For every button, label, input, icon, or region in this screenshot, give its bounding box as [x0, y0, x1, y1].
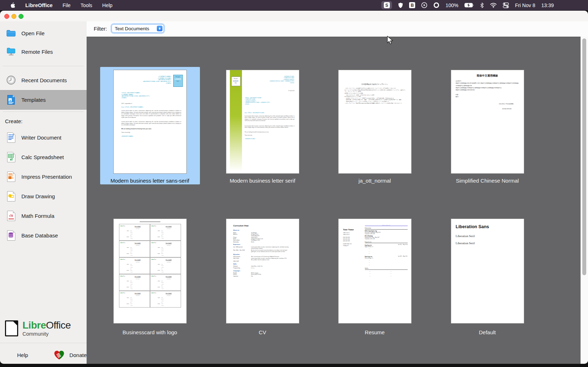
card-contact-values: 123 phone e-mail fax place e-mail — [130, 247, 133, 256]
template-cell-modern-business-letter-serif[interactable]: Put your LOGO here <SENDER'S NAME> <COMP… — [206, 67, 319, 185]
template-thumbnail: Liberation Sans Liberation Serif Liberat… — [451, 219, 524, 324]
resume-edu2-detail: Hammsworth College, May 2007 Cumulative … — [365, 237, 408, 240]
card-contact-values: 123 phone e-mail fax place e-mail — [130, 230, 133, 240]
card-profession: profession — [130, 278, 146, 279]
card-contact-values: 123 phone e-mail fax place e-mail — [130, 264, 133, 273]
cv-section-skills: Skills — [233, 263, 290, 265]
sidebar-item-base-database[interactable]: Base Database — [0, 227, 87, 243]
cv-skills-values: LibreOffice, LaTeX, Git C, C++ — [251, 266, 290, 269]
sidebar-item-impress-presentation[interactable]: Impress Presentation — [0, 169, 87, 184]
resume-exp2-bullets: • • • — [369, 259, 408, 266]
template-thumbnail: 日本語横書き文書向けテンプレート このテンプレートは、日本語横書き文書向けに調整… — [338, 70, 412, 174]
sidebar-item-templates[interactable]: a Templates — [0, 90, 87, 110]
filter-dropdown-value: Text Documents — [112, 26, 157, 31]
template-cell-businesscard-with-logo[interactable]: LibreOffice NAME profession Work: Home: … — [94, 216, 206, 339]
business-card: LibreOffice NAME profession Work: Home: … — [119, 224, 150, 241]
menu-file[interactable]: File — [58, 0, 76, 10]
cv-exp-values: Lorem ipsum dolor sit amet, consectetur … — [251, 246, 290, 252]
math-formula-label: Math Formula — [21, 213, 55, 219]
scrollbar-thumb[interactable] — [582, 38, 586, 275]
sidebar-item-math-formula[interactable]: √x Math Formula — [0, 208, 87, 224]
template-caption: ja_ott_normal — [315, 178, 434, 184]
impress-presentation-label: Impress Presentation — [21, 174, 72, 180]
template-cell-cv[interactable]: Curriculum Vitae About me Name Address P… — [206, 216, 319, 339]
template-cell-default[interactable]: Liberation Sans Liberation Serif Liberat… — [431, 216, 543, 339]
letter-signoff: Yours sincerely, — [245, 135, 253, 136]
resume-section-skills: Skills — [365, 267, 408, 270]
template-cell-simplified-chinese-normal[interactable]: 简体中文通用模板 各位用户: 简体中文通用模板示例,首行缩进两个字符,简体中文通… — [431, 67, 543, 185]
template-gallery: <COMPANY'S NAME> <COMPANY SLOGAN> <ADDRE… — [87, 37, 581, 364]
window-titlebar[interactable] — [0, 11, 588, 21]
letter-body-2: Lorem ipsum dolor sit amet, consectetur … — [245, 125, 295, 129]
logo-community: Community — [22, 331, 71, 337]
templates-icon: a — [6, 95, 16, 105]
donate-button[interactable]: Donate — [54, 350, 87, 360]
status-app-b-icon[interactable]: B — [409, 2, 415, 8]
recent-documents-label: Recent Documents — [21, 77, 67, 83]
card-profession: profession — [161, 245, 177, 246]
remote-folder-icon — [6, 46, 16, 57]
card-contact-values: 123 phone e-mail fax place e-mail — [130, 297, 133, 306]
letter-salutation: Dear <TITLE> <RECIPIENT'S NAME>, — [122, 106, 144, 108]
apple-icon — [10, 2, 15, 8]
sidebar-item-writer-document[interactable]: Writer Document — [0, 130, 87, 145]
sidebar-item-open-file[interactable]: Open File — [0, 25, 87, 41]
play-circle-icon[interactable] — [421, 2, 427, 8]
sidebar-item-remote-files[interactable]: Remote Files — [0, 44, 87, 59]
letter-body-1: Lorem ipsum dolor sit amet, consectetur … — [122, 110, 181, 118]
menubar-app-name[interactable]: LibreOffice — [20, 0, 58, 10]
letter-signature: <SENDER'S NAME> — [122, 136, 134, 137]
card-profession: profession — [161, 278, 177, 279]
close-button[interactable] — [4, 14, 9, 19]
base-database-icon — [6, 230, 16, 241]
draw-drawing-icon — [6, 191, 16, 201]
bluetooth-icon[interactable] — [480, 2, 484, 8]
dropdown-stepper-icon: ▲▼ — [157, 26, 163, 31]
cv-exp-labels: Jun. 2008–present Feb. 2004 – Nov. 2006 — [233, 246, 251, 252]
resume-exp2-company: Ham and Eggs, Co. — [365, 257, 408, 259]
letter-recipient-block: <TITLE> <RECIPIENT'S NAME> <COMPANY NAME… — [245, 97, 270, 105]
battery-icon[interactable] — [464, 3, 474, 7]
template-thumbnail: Put your LOGO here <SENDER'S NAME> <COMP… — [226, 70, 299, 174]
menubar-time[interactable]: 13:39 — [541, 2, 554, 8]
wifi-icon[interactable] — [490, 3, 497, 8]
shield-icon[interactable] — [398, 2, 403, 8]
templates-label: Templates — [21, 97, 46, 103]
resume-skills-col2: • • • — [391, 271, 391, 277]
card-name: NAME — [161, 259, 177, 261]
letter-sender-block: <COMPANY'S NAME> <COMPANY SLOGAN> <ADDRE… — [143, 76, 171, 84]
card-contact-values: 123 phone e-mail fax place e-mail — [161, 297, 164, 306]
card-brand: LibreOffice — [120, 259, 125, 260]
menubar-date[interactable]: Fri Nov 8 — [515, 2, 535, 8]
template-cell-ja-ott-normal[interactable]: 日本語横書き文書向けテンプレート このテンプレートは、日本語横書き文書向けに調整… — [319, 67, 431, 185]
card-profession: profession — [161, 228, 177, 229]
card-brand: LibreOffice — [120, 276, 125, 277]
apple-menu[interactable] — [5, 0, 20, 10]
status-app-s-icon[interactable]: S — [381, 1, 392, 9]
sidebar-item-draw-drawing[interactable]: Draw Drawing — [0, 188, 87, 204]
help-button[interactable]: Help — [17, 352, 28, 358]
sidebar-item-calc-spreadsheet[interactable]: Calc Spreadsheet — [0, 149, 87, 165]
resume-phones: (000) 000-0000 (000) 000-0000 (000) 000-… — [343, 237, 363, 242]
card-contact-labels: Work: Home: — [156, 297, 160, 305]
businesscard-grid: LibreOffice NAME profession Work: Home: … — [119, 224, 181, 308]
filter-dropdown[interactable]: Text Documents ▲▼ — [112, 24, 164, 33]
minimize-button[interactable] — [11, 14, 16, 19]
letter-signature: <SENDER'S NAME> — [245, 138, 256, 140]
resume-exp1-date: Jun 2011 – May 2014 — [398, 244, 408, 246]
zoom-button[interactable] — [19, 14, 24, 19]
template-cell-modern-business-letter-sans-serif[interactable]: <COMPANY'S NAME> <COMPANY SLOGAN> <ADDRE… — [94, 67, 206, 185]
cv-edu-values: War, Lorem Ipsum at LID University of Ap… — [251, 256, 290, 262]
card-profession: profession — [130, 228, 146, 229]
control-center-icon[interactable] — [503, 2, 509, 8]
scrollbar-track[interactable] — [581, 37, 588, 364]
sidebar-divider — [3, 111, 84, 112]
menu-help[interactable]: Help — [97, 0, 118, 10]
card-name: NAME — [161, 226, 177, 228]
menu-tools[interactable]: Tools — [76, 0, 97, 10]
ring-icon[interactable] — [433, 2, 439, 8]
clock-icon — [6, 75, 16, 85]
sidebar-item-recent-documents[interactable]: Recent Documents — [0, 72, 87, 88]
template-cell-resume[interactable]: Your Name Address Line 1 Address Line 2 … — [319, 216, 431, 339]
sidebar: Open File Remote Files Recent — [0, 21, 87, 364]
